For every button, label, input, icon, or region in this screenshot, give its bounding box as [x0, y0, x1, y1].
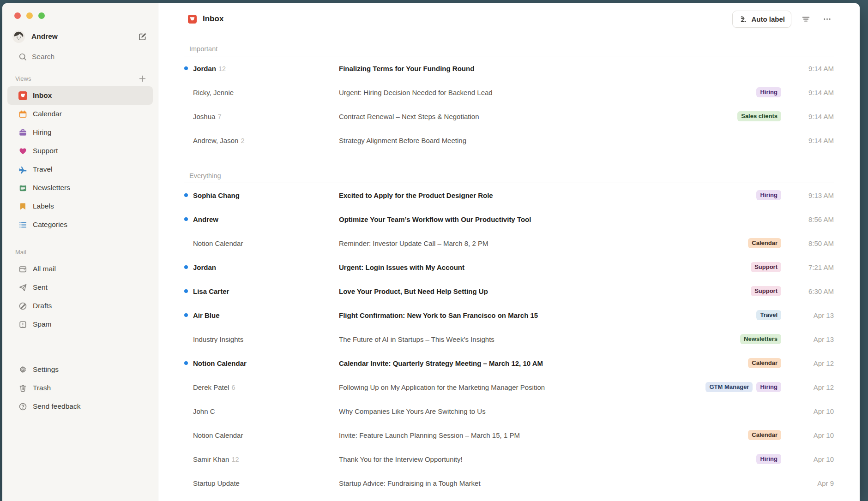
- email-time: 6:30 AM: [790, 287, 834, 295]
- email-sender: Startup Update: [193, 479, 339, 487]
- email-row[interactable]: Derek Patel6Following Up on My Applicati…: [184, 375, 834, 399]
- email-row[interactable]: Lisa CarterLove Your Product, But Need H…: [184, 279, 834, 303]
- sidebar-item-inbox[interactable]: Inbox: [7, 86, 153, 105]
- email-row[interactable]: Notion CalendarCalendar Invite: Quarterl…: [184, 351, 834, 375]
- email-row[interactable]: Notion CalendarReminder: Investor Update…: [184, 231, 834, 255]
- account-row: Andrew: [12, 30, 149, 43]
- email-time: Apr 10: [790, 407, 834, 415]
- email-row[interactable]: Startup UpdateStartup Advice: Fundraisin…: [184, 471, 834, 495]
- email-subject: Following Up on My Application for the M…: [339, 383, 699, 391]
- email-sender: Lisa Carter: [193, 287, 339, 295]
- email-row[interactable]: Jordan12Finalizing Terms for Your Fundin…: [184, 56, 834, 80]
- email-row[interactable]: Go RentalsUpgrade: Rental Details – Pick…: [184, 495, 834, 501]
- email-subject: Thank You for the Interview Opportunity!: [339, 455, 750, 463]
- email-row[interactable]: Andrew, Jason2Strategy Alignment Before …: [184, 128, 834, 152]
- sidebar-item-label: Spam: [33, 320, 52, 328]
- email-row[interactable]: Joshua7Contract Renewal – Next Steps & N…: [184, 104, 834, 128]
- email-row[interactable]: Industry InsightsThe Future of AI in Sta…: [184, 327, 834, 351]
- compose-icon: [138, 32, 147, 41]
- email-subject: Invite: Feature Launch Planning Session …: [339, 431, 741, 439]
- sidebar-item-hiring[interactable]: Hiring: [7, 123, 153, 142]
- compose-button[interactable]: [136, 30, 149, 43]
- minimize-window-button[interactable]: [26, 12, 33, 19]
- label-badges: Support: [751, 262, 781, 272]
- plane-icon: [18, 165, 27, 174]
- label-badges: Support: [751, 286, 781, 296]
- thread-count: 12: [218, 65, 226, 72]
- sidebar-item-labels[interactable]: Labels: [7, 197, 153, 215]
- sidebar-item-travel[interactable]: Travel: [7, 160, 153, 179]
- main-header: Inbox Auto label: [158, 3, 860, 29]
- email-row[interactable]: Air BlueFlight Confirmation: New York to…: [184, 303, 834, 327]
- email-row[interactable]: JordanUrgent: Login Issues with My Accou…: [184, 255, 834, 279]
- label-badges: Hiring: [756, 87, 781, 97]
- sidebar-item-label: Support: [33, 147, 58, 155]
- email-row[interactable]: AndrewOptimize Your Team’s Workflow with…: [184, 207, 834, 231]
- email-sender: Andrew, Jason2: [193, 137, 339, 144]
- email-subject: Urgent: Hiring Decision Needed for Backe…: [339, 89, 750, 96]
- sidebar-item-calendar[interactable]: Calendar: [7, 105, 153, 123]
- sidebar-item-drafts[interactable]: Drafts: [7, 297, 153, 315]
- calendar-icon: [18, 110, 27, 119]
- views-header: Views: [15, 75, 136, 82]
- thread-count: 2: [241, 137, 244, 144]
- label-badges: Calendar: [748, 358, 781, 368]
- sidebar-item-label: Drafts: [33, 302, 52, 310]
- thread-count: 6: [231, 384, 235, 391]
- email-sender: Jordan12: [193, 65, 339, 72]
- email-time: 9:14 AM: [790, 113, 834, 120]
- auto-label-button[interactable]: Auto label: [732, 11, 791, 28]
- avatar[interactable]: [12, 30, 25, 43]
- email-row[interactable]: Samir Khan12Thank You for the Interview …: [184, 447, 834, 471]
- sidebar-item-all-mail[interactable]: All mail: [7, 260, 153, 278]
- sidebar-item-send-feedback[interactable]: Send feedback: [7, 397, 153, 416]
- filter-button[interactable]: [799, 12, 813, 26]
- email-time: Apr 9: [790, 479, 834, 487]
- email-sender: Notion Calendar: [193, 431, 339, 439]
- label-badge-travel: Travel: [756, 310, 781, 320]
- sidebar-item-spam[interactable]: Spam: [7, 315, 153, 334]
- page-title: Inbox: [203, 14, 732, 24]
- mail-header: Mail: [15, 249, 149, 256]
- mail-pane: Inbox Auto label: [158, 3, 860, 501]
- email-row[interactable]: John CWhy Companies Like Yours Are Switc…: [184, 399, 834, 423]
- newsletter-icon: [18, 184, 27, 192]
- unread-dot: [184, 66, 193, 70]
- sidebar-item-settings[interactable]: Settings: [7, 360, 153, 379]
- search-row[interactable]: Search: [2, 48, 158, 66]
- email-list: ImportantJordan12Finalizing Terms for Yo…: [158, 29, 860, 501]
- add-view-button[interactable]: [136, 72, 149, 85]
- sidebar-footer-nav: SettingsTrashSend feedback: [2, 358, 158, 416]
- email-row[interactable]: Sophia ChangExcited to Apply for the Pro…: [184, 183, 834, 207]
- bookmark-icon: [18, 202, 27, 211]
- views-header-row: Views: [2, 72, 158, 84]
- mail-nav: All mailSentDraftsSpam: [2, 258, 158, 334]
- email-sender: Notion Calendar: [193, 239, 339, 247]
- email-sender: Ricky, Jennie: [193, 89, 339, 96]
- more-options-button[interactable]: [820, 12, 834, 26]
- search-icon: [18, 53, 27, 61]
- unread-dot: [184, 265, 193, 269]
- email-time: 9:14 AM: [790, 137, 834, 144]
- zoom-window-button[interactable]: [38, 12, 45, 19]
- close-window-button[interactable]: [14, 12, 21, 19]
- label-badge-hiring: Hiring: [756, 190, 781, 200]
- sidebar-item-label: Categories: [33, 221, 67, 229]
- sidebar-item-categories[interactable]: Categories: [7, 215, 153, 234]
- window-controls: [2, 10, 158, 19]
- label-badge-hiring: Hiring: [756, 454, 781, 464]
- label-badge-support: Support: [751, 262, 781, 272]
- email-row[interactable]: Ricky, JennieUrgent: Hiring Decision Nee…: [184, 80, 834, 104]
- sidebar-item-trash[interactable]: Trash: [7, 379, 153, 397]
- section-everything: EverythingSophia ChangExcited to Apply f…: [184, 169, 834, 501]
- list-icon: [18, 221, 27, 229]
- sidebar-item-newsletters[interactable]: Newsletters: [7, 179, 153, 197]
- unread-dot: [184, 217, 193, 221]
- email-row[interactable]: Notion CalendarInvite: Feature Launch Pl…: [184, 423, 834, 447]
- email-subject: Optimize Your Team’s Workflow with Our P…: [339, 215, 775, 223]
- briefcase-icon: [18, 128, 27, 137]
- send-icon: [18, 283, 27, 292]
- sidebar-item-sent[interactable]: Sent: [7, 278, 153, 297]
- sidebar-item-support[interactable]: Support: [7, 142, 153, 160]
- label-badge-hiring: Hiring: [756, 382, 781, 392]
